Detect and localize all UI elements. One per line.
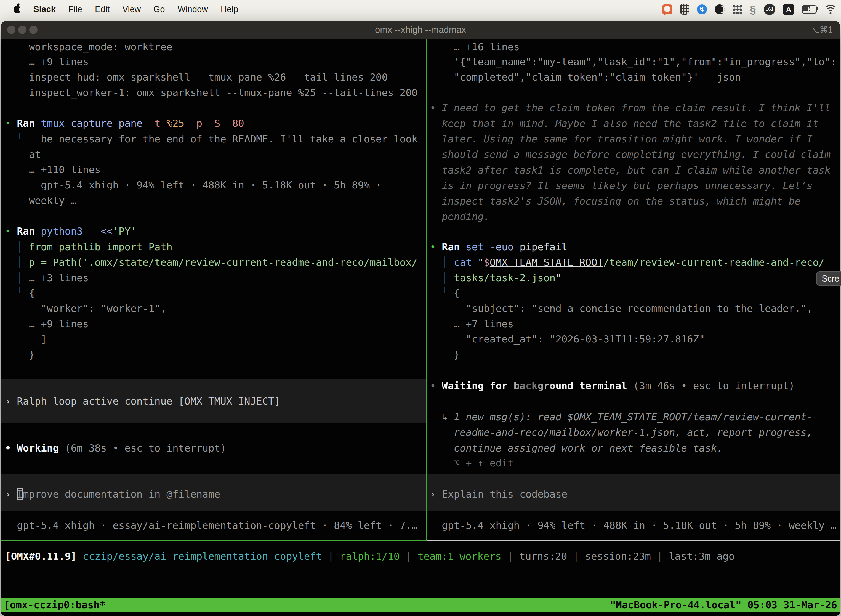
text-span: | xyxy=(322,551,340,562)
terminal-line: ↳ 1 new msg(s): read $OMX_TEAM_STATE_ROO… xyxy=(427,409,840,425)
text-span: │ xyxy=(430,272,454,283)
percent-badge-icon[interactable]: ..61 xyxy=(764,4,775,15)
text-span: } xyxy=(430,349,460,360)
text-span: - << xyxy=(83,226,113,237)
text-span: } xyxy=(5,349,35,360)
menu-item-help[interactable]: Help xyxy=(221,4,238,14)
text-span: Ran xyxy=(442,241,460,252)
wifi-icon[interactable] xyxy=(825,5,837,14)
tmux-pane-right[interactable]: … +16 lines '{"team_name":"my-team","tas… xyxy=(427,39,840,540)
menu-item-edit[interactable]: Edit xyxy=(95,4,110,14)
text-span: Ran xyxy=(17,117,35,129)
text-span: set xyxy=(460,241,484,252)
battery-bolt-icon xyxy=(806,6,811,12)
text-span: team:1 workers xyxy=(418,551,501,562)
text-span: inspect task2's JSON, focusing on the st… xyxy=(430,195,801,207)
window-title: omx --xhigh --madmax xyxy=(1,21,840,39)
prompt-input[interactable]: › Improve documentation in @filename xyxy=(1,486,426,502)
moon-badge-icon[interactable] xyxy=(715,4,725,14)
menu-status-icons: ↯ § ..61 A xyxy=(662,0,837,19)
text-span: continue assigned work or next feasible … xyxy=(430,442,723,454)
terminal-line: │ cat "$OMX_TEAM_STATE_ROOT/team/review-… xyxy=(427,254,840,270)
terminal-line: └ { xyxy=(1,285,426,301)
input-source-icon[interactable]: A xyxy=(783,4,794,15)
text-span: │ xyxy=(430,257,454,268)
terminal-line: } xyxy=(427,347,840,362)
omx-status-pane: [OMX#0.11.9] cczip/essay/ai-reimplementa… xyxy=(1,541,840,597)
omx-status-line: [OMX#0.11.9] cczip/essay/ai-reimplementa… xyxy=(1,549,840,564)
bolt-badge-icon[interactable]: ↯ xyxy=(697,4,707,14)
session-status: gpt-5.4 xhigh · essay/ai-reimplementatio… xyxy=(1,518,426,533)
text-span: (3m 46s • esc to interrupt) xyxy=(627,380,795,392)
terminal-line: inspect task2's JSON, focusing on the st… xyxy=(427,193,840,209)
terminal-line: … +110 lines xyxy=(1,162,426,177)
desktop: Slack FileEditViewGoWindowHelp ↯ § ..61 … xyxy=(0,0,841,616)
terminal-line: │ p = Path('.omx/state/team/review-curre… xyxy=(1,254,426,270)
tmux-session-label[interactable]: [omx-cczip0:bash* xyxy=(4,597,105,612)
grid-shield-icon[interactable] xyxy=(680,4,689,15)
text-span: from pathlib import Path xyxy=(29,241,173,252)
text-span: (6m 38s • esc to interrupt) xyxy=(59,442,226,454)
terminal-line: "worker": "worker-1", xyxy=(1,301,426,316)
text-span: task2 after task1 is complete, but can I… xyxy=(430,164,831,176)
text-span: Explain this codebase xyxy=(442,488,567,500)
text-span: $ xyxy=(484,257,490,268)
text-span: last:3m ago xyxy=(669,551,734,562)
text-span: ralph:1/10 xyxy=(340,551,400,562)
text-span: | xyxy=(400,551,418,562)
terminal-line: should send a message before completing … xyxy=(427,147,840,162)
session-status: gpt-5.4 xhigh · 94% left · 488K in · 5.1… xyxy=(427,518,840,533)
text-span: › xyxy=(5,488,17,500)
text-span: weekly … xyxy=(5,195,77,206)
battery-icon[interactable] xyxy=(802,5,817,13)
menu-bar: Slack FileEditViewGoWindowHelp ↯ § ..61 … xyxy=(0,0,841,19)
terminal-line: workspace_mode: worktree xyxy=(1,39,426,55)
text-span: OMX_TEAM_STATE_ROOT xyxy=(490,257,604,268)
text-span: { xyxy=(29,287,35,299)
pane-divider-vertical[interactable] xyxy=(426,39,427,541)
text-span: tasks/task-2.json xyxy=(454,272,555,283)
menu-item-view[interactable]: View xyxy=(122,4,141,14)
terminal-line: "created_at": "2026-03-31T11:59:27.816Z" xyxy=(427,331,840,347)
text-span: cat xyxy=(454,257,472,268)
text-span: … +3 lines xyxy=(29,272,89,283)
text-span: at xyxy=(5,149,41,160)
apple-menu-icon[interactable] xyxy=(14,6,21,13)
menu-item-file[interactable]: File xyxy=(69,4,82,14)
text-span: " xyxy=(472,257,484,268)
text-span: python3 xyxy=(35,226,82,237)
text-span: inspect_worker-1: omx sparkshell --tmux-… xyxy=(5,87,418,98)
window-title-bar[interactable]: omx --xhigh --madmax ⌥⌘1 xyxy=(1,21,840,39)
prompt-input[interactable]: › Explain this codebase xyxy=(427,486,840,502)
text-span: "subject": "send a concise recommendatio… xyxy=(430,303,813,314)
waiting-status: • Waiting for background terminal (3m 46… xyxy=(427,378,840,393)
menu-item-window[interactable]: Window xyxy=(177,4,208,14)
text-span: Ran xyxy=(17,226,35,237)
terminal-line: │ … +3 lines xyxy=(1,270,426,286)
terminal-line: ] xyxy=(1,331,426,347)
tmux-pane-left[interactable]: workspace_mode: worktree … +9 lines insp… xyxy=(1,39,426,540)
screen-overlay-button[interactable]: Scre xyxy=(816,271,841,286)
text-span: • xyxy=(430,241,442,252)
text-span: "created_at": "2026-03-31T11:59:27.816Z" xyxy=(430,333,705,345)
terminal-line: • I need to get the claim token from the… xyxy=(427,100,840,116)
text-span: should send a message before completing … xyxy=(430,149,831,160)
text-span: • xyxy=(430,380,442,392)
menu-item-go[interactable]: Go xyxy=(154,4,165,14)
text-span: … +9 lines xyxy=(5,318,89,330)
chat-icon[interactable] xyxy=(662,4,672,14)
squiggle-icon[interactable]: § xyxy=(750,3,756,16)
terminal-line: } xyxy=(1,347,426,362)
terminal-line: later. Using the same for transition mig… xyxy=(427,131,840,147)
dots-grid-icon[interactable] xyxy=(732,4,742,14)
terminal-line: │ tasks/task-2.json" xyxy=(427,270,840,286)
text-span: │ xyxy=(5,241,29,252)
terminal-line: is in progress? It seems likely but perh… xyxy=(427,178,840,194)
text-span: ↳ 1 new msg(s): read $OMX_TEAM_STATE_ROO… xyxy=(430,411,813,422)
text-span: [OMX#0.11.9] xyxy=(5,551,77,562)
text-span: " xyxy=(555,272,561,283)
terminal-line: "subject": "send a concise recommendatio… xyxy=(427,301,840,316)
menu-app-name[interactable]: Slack xyxy=(34,4,56,14)
terminal-line: readme-and-reco/mailbox/worker-1.json, a… xyxy=(427,424,840,440)
text-span: p = Path('.omx/state/team/review-current… xyxy=(29,257,418,268)
